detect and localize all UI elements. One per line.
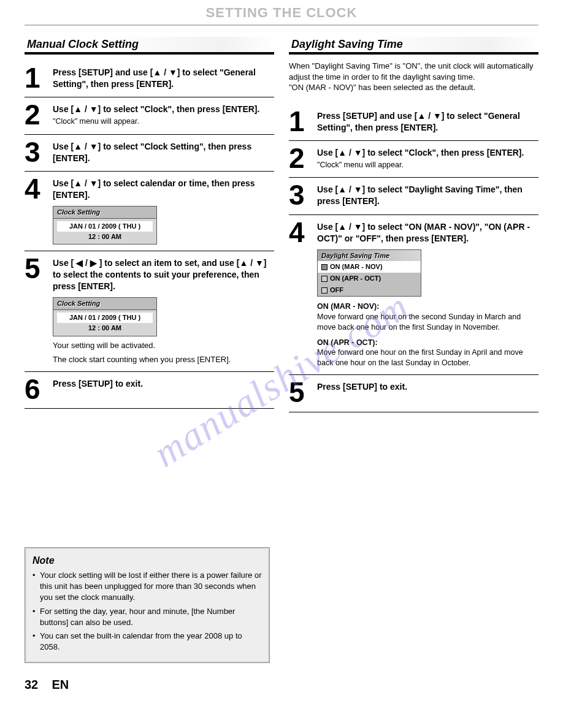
note-list: Your clock setting will be lost if eithe… — [33, 570, 262, 653]
step-text: Use [▲ / ▼] to select "Clock", then pres… — [317, 147, 538, 159]
step-number: 1 — [289, 109, 317, 134]
ui-box-title: Clock Setting — [53, 207, 156, 219]
ui-box-date: JAN / 01 / 2009 ( THU ) — [57, 313, 153, 323]
page-title: SETTING THE CLOCK — [25, 0, 538, 26]
section-title-manual: Manual Clock Setting — [25, 37, 274, 55]
intro-line-2: "ON (MAR - NOV)" has been selected as th… — [289, 83, 475, 92]
explain-heading: ON (MAR - NOV): — [317, 301, 538, 312]
dst-option-label: ON (MAR - NOV) — [330, 262, 383, 271]
step-subtext: "Clock" menu will appear. — [53, 116, 274, 127]
note-item: Your clock setting will be lost if eithe… — [33, 570, 262, 604]
explain-text: Move forward one hour on the second Sund… — [317, 312, 538, 333]
right-column: Daylight Saving Time When "Daylight Savi… — [289, 37, 538, 412]
manual-step-2: 2 Use [▲ / ▼] to select "Clock", then pr… — [25, 97, 274, 134]
step-number: 6 — [25, 377, 53, 402]
step-number: 3 — [25, 140, 53, 165]
step-text: Press [SETUP] to exit. — [317, 381, 538, 393]
note-item: You can set the built-in calendar from t… — [33, 631, 262, 653]
step-text: Use [ ◀ / ▶ ] to select an item to set, … — [53, 257, 274, 292]
dst-step-2: 2 Use [▲ / ▼] to select "Clock", then pr… — [289, 141, 538, 178]
step-note: The clock start counting when you press … — [53, 354, 274, 365]
ui-box-time: 12 : 00 AM — [57, 232, 153, 242]
dst-option: OFF — [318, 284, 421, 296]
step-number: 4 — [25, 176, 53, 202]
content-columns: Manual Clock Setting 1 Press [SETUP] and… — [0, 37, 563, 412]
step-text: Use [▲ / ▼] to select "Clock Setting", t… — [53, 141, 274, 164]
dst-options-box: Daylight Saving Time ON (MAR - NOV) ON (… — [317, 249, 421, 297]
step-text: Press [SETUP] and use [▲ / ▼] to select … — [53, 67, 274, 90]
dst-explain-1: ON (MAR - NOV): Move forward one hour on… — [317, 301, 538, 333]
dst-step-5: 5 Press [SETUP] to exit. — [289, 375, 538, 412]
checkbox-icon — [321, 276, 327, 282]
step-number: 2 — [289, 146, 317, 171]
step-number: 5 — [289, 380, 317, 405]
ui-box-time: 12 : 00 AM — [57, 323, 153, 333]
step-text: Press [SETUP] to exit. — [53, 378, 274, 390]
step-text: Use [▲ / ▼] to select "ON (MAR - NOV)", … — [317, 221, 538, 245]
dst-step-4: 4 Use [▲ / ▼] to select "ON (MAR - NOV)"… — [289, 215, 538, 375]
checkbox-icon — [321, 264, 327, 270]
dst-option-label: ON (APR - OCT) — [330, 274, 381, 283]
step-number: 2 — [25, 102, 53, 127]
dst-option: ON (APR - OCT) — [318, 273, 421, 284]
step-text: Use [▲ / ▼] to select calendar or time, … — [53, 178, 274, 201]
manual-step-1: 1 Press [SETUP] and use [▲ / ▼] to selec… — [25, 61, 274, 97]
ui-box-date: JAN / 01 / 2009 ( THU ) — [57, 221, 153, 232]
dst-intro: When "Daylight Saving Time" is "ON", the… — [289, 61, 538, 93]
dst-box-title: Daylight Saving Time — [318, 250, 421, 262]
clock-setting-box: Clock Setting JAN / 01 / 2009 ( THU ) 12… — [53, 206, 157, 245]
explain-text: Move forward one hour on the first Sunda… — [317, 347, 538, 368]
explain-heading: ON (APR - OCT): — [317, 338, 538, 348]
step-text: Press [SETUP] and use [▲ / ▼] to select … — [317, 110, 538, 134]
page-footer: 32 EN — [0, 678, 563, 692]
ui-box-title: Clock Setting — [53, 298, 156, 310]
note-box: Note Your clock setting will be lost if … — [25, 547, 270, 664]
clock-setting-box: Clock Setting JAN / 01 / 2009 ( THU ) 12… — [53, 297, 157, 336]
step-text: Use [▲ / ▼] to select "Clock", then pres… — [53, 104, 274, 115]
checkbox-icon — [321, 287, 327, 294]
section-title-dst: Daylight Saving Time — [289, 37, 538, 55]
step-text: Use [▲ / ▼] to select "Daylight Saving T… — [317, 184, 538, 207]
step-subtext: "Clock" menu will appear. — [317, 160, 538, 170]
step-number: 3 — [289, 183, 317, 208]
left-column: Manual Clock Setting 1 Press [SETUP] and… — [25, 37, 274, 412]
note-title: Note — [33, 554, 262, 567]
dst-explain-2: ON (APR - OCT): Move forward one hour on… — [317, 338, 538, 369]
step-number: 4 — [289, 220, 317, 245]
step-note: Your setting will be activated. — [53, 340, 274, 351]
intro-line-1: When "Daylight Saving Time" is "ON", the… — [289, 61, 534, 82]
manual-step-5: 5 Use [ ◀ / ▶ ] to select an item to set… — [25, 251, 274, 371]
dst-step-3: 3 Use [▲ / ▼] to select "Daylight Saving… — [289, 178, 538, 214]
page-number: 32 — [25, 678, 38, 691]
dst-step-1: 1 Press [SETUP] and use [▲ / ▼] to selec… — [289, 104, 538, 141]
note-item: For setting the day, year, hour and minu… — [33, 606, 262, 628]
language-code: EN — [52, 678, 69, 691]
step-number: 5 — [25, 256, 53, 281]
dst-option-label: OFF — [330, 286, 343, 295]
manual-step-6: 6 Press [SETUP] to exit. — [25, 372, 274, 409]
manual-step-4: 4 Use [▲ / ▼] to select calendar or time… — [25, 172, 274, 251]
manual-step-3: 3 Use [▲ / ▼] to select "Clock Setting",… — [25, 135, 274, 172]
step-number: 1 — [25, 66, 53, 91]
dst-option-selected: ON (MAR - NOV) — [318, 261, 421, 273]
